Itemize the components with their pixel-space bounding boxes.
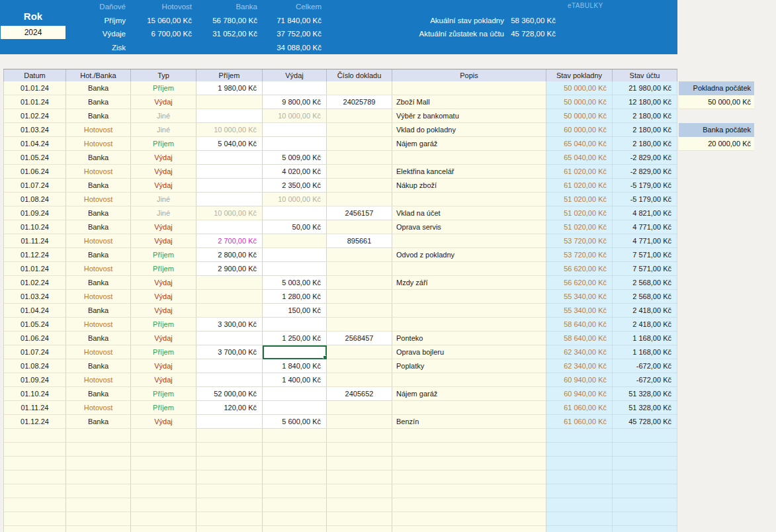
cell-vydaj[interactable]	[263, 512, 327, 526]
cell-prijem[interactable]	[196, 373, 263, 387]
cell-prijem[interactable]	[196, 95, 263, 109]
cell-typ[interactable]: Výdaj	[131, 332, 196, 345]
initial-balance-value[interactable]: 20 000,00 Kč	[679, 137, 754, 151]
cell-datum[interactable]	[3, 470, 66, 484]
cell-typ[interactable]: Výdaj	[131, 359, 196, 373]
cell-typ[interactable]: Jiné	[131, 193, 196, 206]
cell-typ[interactable]: Výdaj	[131, 234, 196, 248]
cell-stav-uctu[interactable]: 12 180,00 Kč	[613, 95, 677, 109]
cell-datum[interactable]: 01.07.24	[3, 345, 66, 359]
cell-stav-uctu[interactable]: -5 179,00 Kč	[613, 193, 677, 206]
cell-popis[interactable]: Ponteko	[392, 332, 546, 345]
cell-stav-pokladny[interactable]: 51 020,00 Kč	[546, 193, 613, 206]
cell-typ[interactable]: Příjem	[131, 401, 196, 415]
cell-typ[interactable]: Výdaj	[131, 220, 196, 234]
cell-doklad[interactable]	[327, 179, 392, 193]
cell-vydaj[interactable]: 2 350,00 Kč	[263, 179, 327, 193]
cell-kanal[interactable]: Banka	[66, 304, 131, 318]
cell-kanal[interactable]: Banka	[66, 179, 131, 193]
summary-value-cell[interactable]: 15 060,00 Kč	[130, 14, 196, 28]
cell-doklad[interactable]: 2456157	[327, 206, 392, 220]
cell-typ[interactable]: Výdaj	[131, 151, 196, 165]
cell-vydaj[interactable]: 1 280,00 Kč	[263, 290, 327, 304]
cell-kanal[interactable]: Banka	[66, 248, 131, 262]
cell-stav-pokladny[interactable]	[546, 484, 613, 498]
cell-stav-uctu[interactable]: 7 571,00 Kč	[613, 262, 677, 276]
cell-popis[interactable]: Nájem garáž	[392, 137, 546, 151]
cell-kanal[interactable]: Banka	[66, 151, 131, 165]
cell-prijem[interactable]: 10 000,00 Kč	[196, 206, 263, 220]
cell-doklad[interactable]	[327, 457, 392, 470]
cell-stav-uctu[interactable]: 2 568,00 Kč	[613, 290, 677, 304]
cell-popis[interactable]	[392, 193, 546, 206]
cell-datum[interactable]	[3, 526, 66, 532]
cell-stav-uctu[interactable]: 21 980,00 Kč	[613, 81, 677, 95]
cell-typ[interactable]: Výdaj	[131, 95, 196, 109]
cell-popis[interactable]: Zboží Mall	[392, 95, 546, 109]
cell-prijem[interactable]	[196, 359, 263, 373]
cell-prijem[interactable]: 2 800,00 Kč	[196, 248, 263, 262]
cell-datum[interactable]: 01.04.24	[3, 137, 66, 151]
cell-vydaj[interactable]	[263, 234, 327, 248]
cell-stav-uctu[interactable]: 2 180,00 Kč	[613, 123, 677, 137]
cell-vydaj[interactable]	[263, 401, 327, 415]
cell-kanal[interactable]: Hotovost	[66, 290, 131, 304]
cell-doklad[interactable]	[327, 429, 392, 443]
cell-doklad[interactable]	[327, 359, 392, 373]
cell-datum[interactable]: 01.01.24	[3, 262, 66, 276]
cell-stav-uctu[interactable]	[613, 429, 677, 443]
cell-typ[interactable]: Výdaj	[131, 165, 196, 179]
cell-stav-uctu[interactable]: 4 771,00 Kč	[613, 220, 677, 234]
column-header-vydaj[interactable]: Výdaj	[263, 69, 327, 81]
cell-typ[interactable]: Příjem	[131, 137, 196, 151]
cell-kanal[interactable]: Hotovost	[66, 401, 131, 415]
cell-datum[interactable]: 01.02.24	[3, 276, 66, 290]
cell-vydaj[interactable]: 50,00 Kč	[263, 220, 327, 234]
cell-popis[interactable]: Výběr z bankomatu	[392, 109, 546, 123]
cell-vydaj[interactable]: 5 600,00 Kč	[263, 415, 327, 429]
cell-kanal[interactable]: Banka	[66, 332, 131, 345]
cell-doklad[interactable]	[327, 165, 392, 179]
cell-vydaj[interactable]	[263, 498, 327, 512]
cell-kanal[interactable]: Hotovost	[66, 345, 131, 359]
summary-value-cell[interactable]: 31 052,00 Kč	[196, 27, 261, 41]
cell-stav-uctu[interactable]: 2 180,00 Kč	[613, 109, 677, 123]
cell-doklad[interactable]	[327, 443, 392, 457]
cell-doklad[interactable]	[327, 526, 392, 532]
cell-kanal[interactable]	[66, 429, 131, 443]
cell-stav-pokladny[interactable]: 61 060,00 Kč	[546, 415, 613, 429]
cell-kanal[interactable]: Hotovost	[66, 262, 131, 276]
cell-doklad[interactable]	[327, 401, 392, 415]
cell-doklad[interactable]	[327, 290, 392, 304]
cell-datum[interactable]: 01.05.24	[3, 318, 66, 332]
cell-prijem[interactable]	[196, 179, 263, 193]
cell-typ[interactable]: Jiné	[131, 206, 196, 220]
cell-datum[interactable]: 01.04.24	[3, 304, 66, 318]
cell-prijem[interactable]	[196, 193, 263, 206]
cell-stav-pokladny[interactable]: 58 640,00 Kč	[546, 318, 613, 332]
cell-datum[interactable]: 01.10.24	[3, 220, 66, 234]
cell-prijem[interactable]	[196, 290, 263, 304]
cell-stav-uctu[interactable]: -5 179,00 Kč	[613, 179, 677, 193]
cell-prijem[interactable]	[196, 443, 263, 457]
cell-popis[interactable]: Elektřina kancelář	[392, 165, 546, 179]
cell-typ[interactable]	[131, 498, 196, 512]
cell-typ[interactable]	[131, 470, 196, 484]
cell-kanal[interactable]	[66, 498, 131, 512]
cell-stav-pokladny[interactable]	[546, 526, 613, 532]
summary-value-cell[interactable]: 56 780,00 Kč	[196, 14, 261, 28]
cell-stav-uctu[interactable]: -2 829,00 Kč	[613, 165, 677, 179]
cell-prijem[interactable]	[196, 332, 263, 345]
cell-vydaj[interactable]: 9 800,00 Kč	[263, 95, 327, 109]
summary-value-cell[interactable]	[130, 41, 196, 55]
cell-doklad[interactable]	[327, 262, 392, 276]
cell-stav-uctu[interactable]	[613, 526, 677, 532]
cell-stav-pokladny[interactable]: 53 720,00 Kč	[546, 234, 613, 248]
cell-kanal[interactable]: Banka	[66, 387, 131, 401]
cell-vydaj[interactable]	[263, 206, 327, 220]
cell-doklad[interactable]	[327, 345, 392, 359]
cell-kanal[interactable]: Banka	[66, 109, 131, 123]
cell-vydaj[interactable]	[263, 470, 327, 484]
initial-balance-label[interactable]: Pokladna počátek	[679, 81, 754, 95]
cell-doklad[interactable]: 2568457	[327, 332, 392, 345]
